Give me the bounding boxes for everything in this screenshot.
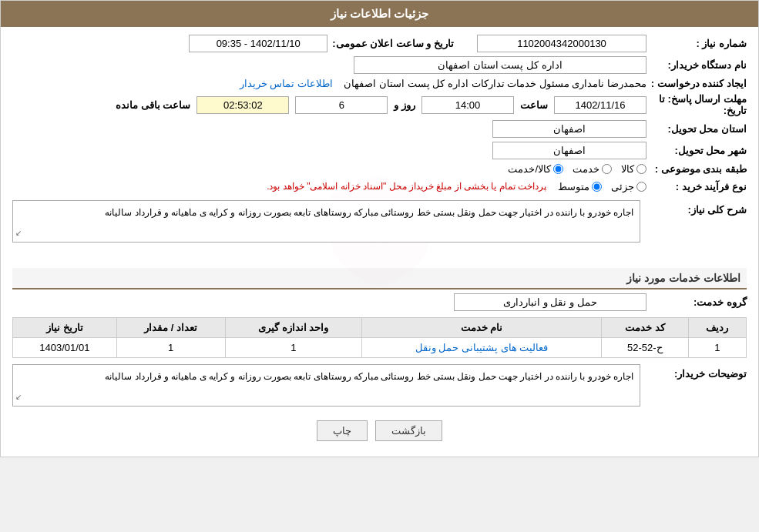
buyer-description-label: توضیحات خریدار: xyxy=(646,364,747,380)
cell-quantity: 1 xyxy=(116,338,225,358)
need-number-label: شماره نیاز : xyxy=(646,38,747,49)
need-number-field: 1102004342000130 xyxy=(477,35,646,52)
buyer-org-field: اداره کل پست استان اصفهان xyxy=(354,56,646,74)
deadline-label: مهلت ارسال پاسخ: تا تاریخ: xyxy=(646,93,747,116)
services-section-title: اطلاعات خدمات مورد نیاز xyxy=(12,268,747,289)
service-group-label: گروه خدمت: xyxy=(646,296,747,308)
description-label: شرح کلی نیاز: xyxy=(646,200,747,216)
deadline-remaining-field: 02:53:02 xyxy=(196,96,289,114)
page-header: جزئیات اطلاعات نیاز xyxy=(1,1,758,27)
table-row: 1 ح-52-52 فعالیت های پشتیبانی حمل ونقل 1… xyxy=(13,338,747,358)
desc-arrow-icon: ↙ xyxy=(15,227,22,239)
deadline-time-label: ساعت xyxy=(520,99,548,111)
cell-unit: 1 xyxy=(225,338,362,358)
deadline-date-field: 1402/11/16 xyxy=(554,96,646,114)
city-row: شهر محل تحویل: اصفهان xyxy=(12,142,747,159)
services-table-head: ردیف کد خدمت نام خدمت واحد اندازه گیری ت… xyxy=(13,318,747,338)
category-radio-khedmat[interactable] xyxy=(602,164,612,174)
description-section: R شرح کلی نیاز: اجاره خودرو با راننده در… xyxy=(12,200,747,262)
category-option-2[interactable]: خدمت xyxy=(573,163,612,175)
buyer-description-text: اجاره خودرو با راننده در اختیار جهت حمل … xyxy=(105,371,633,382)
buyer-org-row: نام دستگاه خریدار: اداره کل پست استان اص… xyxy=(12,56,747,74)
deadline-remaining-label: ساعت باقی مانده xyxy=(116,99,190,111)
col-quantity: تعداد / مقدار xyxy=(116,318,225,338)
buyer-desc-arrow-icon: ↙ xyxy=(15,391,22,403)
description-text: اجاره خودرو با راننده در اختیار جهت حمل … xyxy=(105,207,633,218)
category-radio-both[interactable] xyxy=(553,164,563,174)
buyer-org-value: اداره کل پست استان اصفهان xyxy=(12,56,646,74)
category-option-1[interactable]: کالا xyxy=(621,163,646,175)
page-title: جزئیات اطلاعات نیاز xyxy=(331,7,428,20)
services-table-header-row: ردیف کد خدمت نام خدمت واحد اندازه گیری ت… xyxy=(13,318,747,338)
category-label-both: کالا/خدمت xyxy=(508,163,551,175)
creator-row: ایجاد کننده درخواست : محمدرضا نامداری مس… xyxy=(12,78,747,89)
purchase-option-motavasset[interactable]: متوسط xyxy=(558,181,602,192)
deadline-row: مهلت ارسال پاسخ: تا تاریخ: 1402/11/16 سا… xyxy=(12,93,747,116)
city-label: شهر محل تحویل: xyxy=(646,145,747,156)
col-code: کد خدمت xyxy=(601,318,688,338)
cell-row: 1 xyxy=(688,338,746,358)
col-date: تاریخ نیاز xyxy=(13,318,117,338)
col-row: ردیف xyxy=(688,318,746,338)
purchase-label-motavasset: متوسط xyxy=(558,181,589,192)
description-box: اجاره خودرو با راننده در اختیار جهت حمل … xyxy=(12,200,640,243)
category-row: طبقه بندی موضوعی : کالا خدمت کالا/خدمت xyxy=(12,163,747,175)
cell-name[interactable]: فعالیت های پشتیبانی حمل ونقل xyxy=(362,338,602,358)
category-option-3[interactable]: کالا/خدمت xyxy=(508,163,563,175)
service-group-field: حمل و نقل و انبارداری xyxy=(454,293,646,311)
deadline-days-label: روز و xyxy=(394,99,415,111)
purchase-type-row: نوع فرآیند خرید : جزئی متوسط پرداخت تمام… xyxy=(12,179,747,194)
col-unit: واحد اندازه گیری xyxy=(225,318,362,338)
services-table-body: 1 ح-52-52 فعالیت های پشتیبانی حمل ونقل 1… xyxy=(13,338,747,358)
category-label: طبقه بندی موضوعی : xyxy=(646,163,747,175)
purchase-notice: پرداخت تمام یا بخشی از مبلغ خریداز محل "… xyxy=(267,179,546,194)
category-radio-group: کالا خدمت کالا/خدمت xyxy=(12,163,646,175)
purchase-radio-jozee[interactable] xyxy=(636,182,646,192)
purchase-radio-group: جزئی متوسط xyxy=(558,181,646,192)
contact-link[interactable]: اطلاعات تماس خریدار xyxy=(240,78,333,89)
category-radio-kala[interactable] xyxy=(636,164,646,174)
col-name: نام خدمت xyxy=(362,318,602,338)
purchase-radio-motavasset[interactable] xyxy=(592,182,602,192)
province-field: اصفهان xyxy=(492,120,646,138)
buyer-org-label: نام دستگاه خریدار: xyxy=(646,59,747,71)
buyer-description-box: اجاره خودرو با راننده در اختیار جهت حمل … xyxy=(12,364,640,407)
buyer-description-section: توضیحات خریدار: اجاره خودرو با راننده در… xyxy=(12,364,747,407)
category-label-kala: کالا xyxy=(621,163,634,175)
deadline-time-field: 14:00 xyxy=(421,96,514,114)
creator-label: ایجاد کننده درخواست : xyxy=(646,78,747,89)
category-label-khedmat: خدمت xyxy=(573,163,599,175)
creator-value: محمدرضا نامداری مسئول خدمات تدارکات ادار… xyxy=(344,78,646,89)
province-row: استان محل تحویل: اصفهان xyxy=(12,120,747,138)
purchase-type-label: نوع فرآیند خرید : xyxy=(646,181,747,192)
print-button[interactable]: چاپ xyxy=(317,420,368,441)
purchase-option-jozee[interactable]: جزئی xyxy=(611,181,646,192)
city-field: اصفهان xyxy=(492,142,646,159)
purchase-label-jozee: جزئی xyxy=(611,181,634,192)
cell-code: ح-52-52 xyxy=(601,338,688,358)
button-group: بازگشت چاپ xyxy=(12,413,747,449)
service-group-row: گروه خدمت: حمل و نقل و انبارداری xyxy=(12,293,747,311)
need-number-row: شماره نیاز : 1102004342000130 تاریخ و سا… xyxy=(12,35,747,52)
back-button[interactable]: بازگشت xyxy=(375,420,442,441)
announcement-date-field: 1402/11/10 - 09:35 xyxy=(189,35,327,52)
services-table: ردیف کد خدمت نام خدمت واحد اندازه گیری ت… xyxy=(12,317,747,358)
deadline-days-field: 6 xyxy=(295,96,388,114)
announcement-date-label: تاریخ و ساعت اعلان عمومی: xyxy=(332,38,454,49)
cell-date: 1403/01/01 xyxy=(13,338,117,358)
need-number-value: 1102004342000130 تاریخ و ساعت اعلان عموم… xyxy=(12,35,646,52)
province-label: استان محل تحویل: xyxy=(646,123,747,135)
